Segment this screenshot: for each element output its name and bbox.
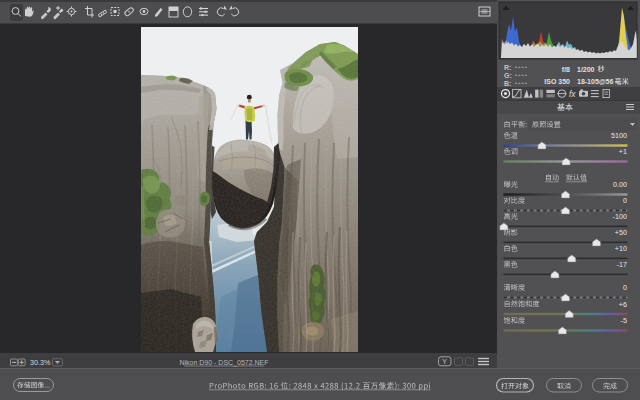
svg-text:G:: G: — [504, 72, 512, 79]
svg-text:0: 0 — [623, 196, 627, 205]
svg-text:30.3%: 30.3% — [30, 358, 51, 367]
svg-text:18-105@56: 18-105@56 — [577, 78, 614, 85]
svg-text:+1: +1 — [619, 147, 627, 156]
svg-text:Y: Y — [442, 358, 447, 365]
svg-text:f/8: f/8 — [562, 66, 570, 73]
svg-text:R:: R: — [504, 64, 511, 71]
svg-text:5100: 5100 — [611, 131, 627, 140]
svg-text:Nikon D90 - DSC_0572.NEF: Nikon D90 - DSC_0572.NEF — [179, 359, 268, 367]
svg-text:0.00: 0.00 — [613, 180, 627, 189]
svg-text:-100: -100 — [613, 212, 627, 221]
svg-text:+50: +50 — [615, 228, 627, 237]
svg-text:fx: fx — [569, 89, 576, 99]
svg-text:+10: +10 — [615, 244, 627, 253]
svg-text:-5: -5 — [621, 316, 627, 325]
svg-text:0: 0 — [623, 283, 627, 292]
svg-text:1/200: 1/200 — [577, 66, 595, 73]
svg-text:B:: B: — [504, 80, 511, 87]
svg-text:+6: +6 — [619, 300, 627, 309]
svg-text:-17: -17 — [617, 260, 627, 269]
svg-text:ISO 350: ISO 350 — [544, 78, 570, 85]
